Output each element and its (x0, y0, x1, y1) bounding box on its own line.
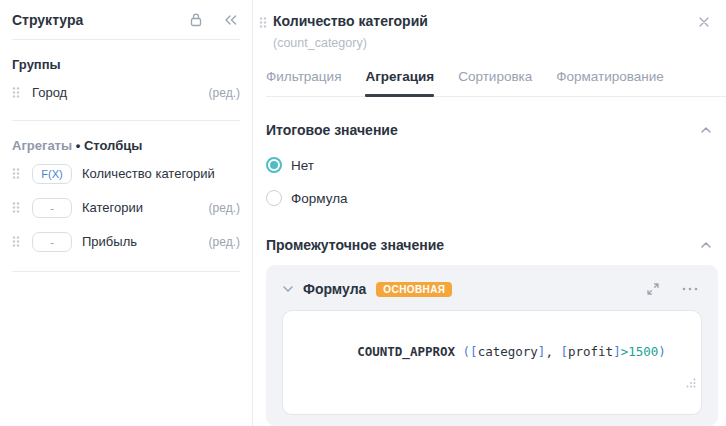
aggregate-item-count-category[interactable]: F(X) Количество категорий (12, 157, 240, 190)
chevron-down-icon[interactable] (282, 285, 294, 293)
structure-panel: Структура Группы (0, 0, 252, 426)
field-id: (count_category) (273, 36, 726, 50)
resize-grip-icon[interactable] (611, 358, 696, 411)
drag-handle-icon[interactable] (12, 86, 20, 99)
primary-badge: ОСНОВНАЯ (376, 282, 452, 297)
formula-card-header: Формула ОСНОВНАЯ (282, 274, 702, 304)
groups-heading: Группы (12, 57, 240, 72)
drag-handle-icon[interactable] (259, 15, 267, 33)
divider (12, 271, 240, 272)
field-settings-panel: Количество категорий (count_category) Фи… (252, 0, 726, 426)
edit-link[interactable]: (ред.) (209, 235, 240, 249)
close-icon[interactable] (698, 14, 710, 32)
structure-panel-title: Структура (12, 12, 189, 28)
lock-icon[interactable] (189, 12, 203, 27)
aggregation-type-badge[interactable]: F(X) (32, 164, 72, 184)
total-value-heading: Итоговое значение (266, 122, 398, 138)
drag-handle-icon[interactable] (12, 235, 20, 248)
field-settings-header: Количество категорий (count_category) (266, 0, 726, 50)
group-item-label: Город (32, 85, 201, 100)
code-token: COUNTD_APPROX (357, 344, 462, 359)
formula-title: Формула (303, 281, 366, 297)
aggregates-heading-part1: Агрегаты (12, 138, 72, 153)
code-token: , (545, 344, 560, 359)
radio-unselected-icon[interactable] (266, 190, 282, 206)
aggregate-item-label: Категории (82, 200, 201, 215)
tab-formatting[interactable]: Форматирование (556, 69, 664, 96)
divider (12, 39, 240, 40)
chevron-up-icon[interactable] (700, 126, 712, 134)
field-settings-screen: Структура Группы (0, 0, 726, 426)
group-item-city[interactable]: Город (ред.) (12, 76, 240, 109)
code-token: category (478, 344, 538, 359)
drag-handle-icon[interactable] (12, 167, 20, 180)
aggregation-type-badge[interactable]: - (32, 232, 72, 252)
tab-sorting[interactable]: Сортировка (458, 69, 532, 96)
aggregate-item-label: Количество категорий (82, 166, 232, 181)
chevron-up-icon[interactable] (700, 241, 712, 249)
aggregate-item-profit[interactable]: - Прибыль (ред.) (12, 225, 240, 258)
structure-panel-header: Структура (12, 0, 240, 39)
drag-handle-icon[interactable] (12, 201, 20, 214)
divider (12, 120, 240, 121)
aggregates-heading-part2: Столбцы (84, 138, 142, 153)
aggregate-item-categories[interactable]: - Категории (ред.) (12, 191, 240, 224)
total-value-options: Нет Формула (266, 155, 726, 208)
aggregates-heading: Агрегаты • Столбцы (12, 138, 240, 153)
radio-option-none[interactable]: Нет (266, 155, 726, 175)
edit-link[interactable]: (ред.) (209, 201, 240, 215)
code-token: profit (568, 344, 613, 359)
code-token: ] (613, 344, 621, 359)
more-options-icon[interactable] (682, 287, 698, 291)
radio-option-formula[interactable]: Формула (266, 188, 726, 208)
code-token: ) (658, 344, 666, 359)
code-token: ( (463, 344, 471, 359)
radio-label: Формула (291, 191, 348, 206)
code-token: [ (470, 344, 478, 359)
aggregates-heading-sep: • (76, 138, 81, 153)
expand-icon[interactable] (646, 282, 660, 296)
code-token: 1500 (628, 344, 658, 359)
tab-aggregation[interactable]: Агрегация (365, 69, 434, 96)
radio-selected-icon[interactable] (266, 157, 282, 173)
code-token: [ (560, 344, 568, 359)
intermediate-value-heading: Промежуточное значение (266, 237, 444, 253)
aggregate-item-label: Прибыль (82, 234, 201, 249)
formula-code-editor[interactable]: COUNTD_APPROX ([category], [profit]>1500… (282, 310, 702, 415)
field-title: Количество категорий (273, 13, 428, 29)
collapse-panel-icon[interactable] (223, 14, 238, 26)
edit-link[interactable]: (ред.) (209, 86, 240, 100)
settings-tabs: Фильтрация Агрегация Сортировка Форматир… (266, 69, 726, 97)
tab-filtering[interactable]: Фильтрация (266, 69, 341, 96)
radio-label: Нет (291, 158, 314, 173)
formula-card: Формула ОСНОВНАЯ (266, 265, 718, 426)
aggregation-type-badge[interactable]: - (32, 198, 72, 218)
